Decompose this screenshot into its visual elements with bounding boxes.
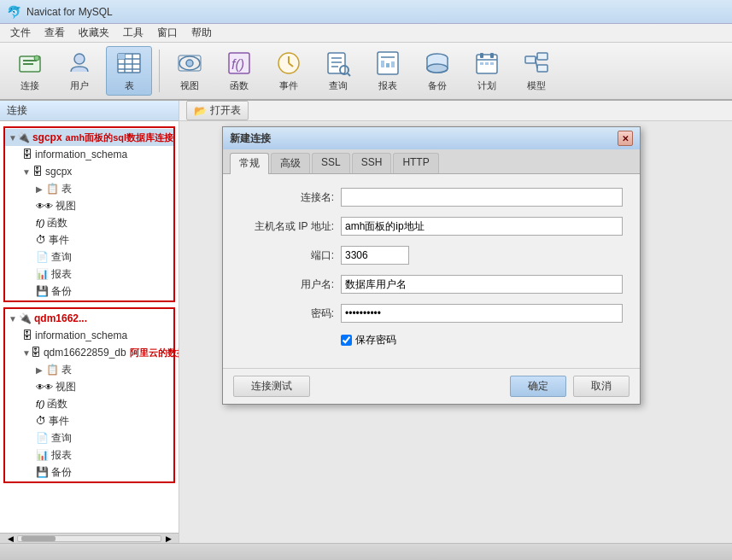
svg-rect-41	[537, 53, 548, 60]
tree-query-2[interactable]: 📄 查询	[5, 429, 173, 446]
menu-file[interactable]: 文件	[3, 24, 38, 42]
host-input[interactable]	[341, 217, 623, 236]
toolbar-report[interactable]: 报表	[365, 46, 411, 96]
tree-backup-1[interactable]: 💾 备份	[5, 283, 173, 300]
save-password-row: 保存密码	[341, 333, 623, 347]
save-password-label[interactable]: 保存密码	[355, 333, 396, 347]
tree-table-2[interactable]: ▶ 📋 表	[5, 361, 173, 378]
toggle-table-1[interactable]: ▶	[36, 184, 46, 194]
tree-event-1[interactable]: ⏱ 事件	[5, 231, 173, 248]
toolbar-user[interactable]: 用户	[56, 46, 102, 96]
form-row-password: 密码:	[240, 304, 623, 323]
toggle-table-2[interactable]: ▶	[36, 365, 46, 375]
tree-sgcpx[interactable]: ▼ 🗄 sgcpx	[5, 163, 173, 180]
tab-general[interactable]: 常规	[230, 153, 269, 174]
tab-ssh[interactable]: SSH	[352, 153, 392, 173]
horizontal-scrollbar[interactable]: ◀ ▶	[0, 533, 179, 543]
toolbar-function[interactable]: f() 函数	[216, 46, 262, 96]
menu-help[interactable]: 帮助	[184, 24, 219, 42]
db-icon-1: 🗄	[22, 149, 32, 160]
test-connection-button[interactable]: 连接测试	[233, 376, 310, 397]
tab-advanced[interactable]: 高级	[271, 153, 310, 173]
tree-event-2[interactable]: ⏱ 事件	[5, 412, 173, 429]
tree-conn2[interactable]: ▼ 🔌 qdm1662...	[5, 310, 173, 327]
tab-ssl[interactable]: SSL	[312, 153, 350, 173]
tree-view-1[interactable]: 👁👁 视图	[5, 197, 173, 214]
query-label-2: 查询	[51, 431, 72, 446]
toolbar-connect-label: 连接	[20, 79, 39, 92]
menu-window[interactable]: 窗口	[150, 24, 184, 42]
schedule-icon	[473, 50, 501, 77]
toggle-qdm[interactable]: ▼	[22, 348, 31, 358]
toolbar-model[interactable]: 模型	[513, 46, 559, 96]
left-panel: 连接 ▼ 🔌 sgcpx amh面板的sql数据库连接 🗄 informatio…	[0, 101, 179, 543]
conn1-label: sgcpx	[32, 131, 62, 143]
tree-func-1[interactable]: f() 函数	[5, 214, 173, 231]
func-icon-1: f()	[36, 218, 44, 228]
toolbar-view[interactable]: 视图	[167, 46, 213, 96]
toolbar-schedule[interactable]: 计划	[464, 46, 510, 96]
query-icon-1: 📄	[36, 251, 49, 263]
svg-rect-40	[525, 56, 536, 63]
info-schema-1-label: information_schema	[35, 149, 127, 160]
menu-view[interactable]: 查看	[38, 24, 72, 42]
scroll-right[interactable]: ▶	[161, 534, 175, 544]
open-table-label: 打开表	[210, 103, 241, 118]
form-row-username: 用户名:	[240, 275, 623, 294]
function-icon: f()	[225, 50, 253, 77]
toolbar-backup[interactable]: 备份	[414, 46, 460, 96]
tree-query-1[interactable]: 📄 查询	[5, 248, 173, 265]
tab-http[interactable]: HTTP	[393, 153, 438, 173]
conn1-icon: 🔌	[17, 131, 30, 143]
query-label-1: 查询	[51, 250, 72, 265]
svg-rect-20	[328, 53, 345, 73]
tree-information-schema-2[interactable]: 🗄 information_schema	[5, 327, 173, 344]
port-input[interactable]	[341, 246, 409, 265]
tree-conn1[interactable]: ▼ 🔌 sgcpx amh面板的sql数据库连接	[5, 129, 173, 146]
tree-report-2[interactable]: 📊 报表	[5, 446, 173, 464]
toolbar-connect[interactable]: 连接	[7, 46, 53, 96]
tree-view-2[interactable]: 👁👁 视图	[5, 378, 173, 395]
save-password-checkbox[interactable]	[341, 335, 352, 346]
connect-icon	[16, 50, 44, 77]
toggle-conn1[interactable]: ▼	[9, 133, 17, 143]
username-input[interactable]	[341, 275, 623, 294]
password-input[interactable]	[341, 304, 623, 323]
scroll-left[interactable]: ◀	[3, 534, 17, 544]
tree-area[interactable]: ▼ 🔌 sgcpx amh面板的sql数据库连接 🗄 information_s…	[0, 121, 179, 533]
tree-backup-2[interactable]: 💾 备份	[5, 464, 173, 481]
toolbar-sep-1	[159, 50, 160, 92]
panel-header: 连接	[0, 101, 179, 121]
tree-func-2[interactable]: f() 函数	[5, 395, 173, 412]
open-table-button[interactable]: 📂 打开表	[186, 101, 249, 120]
scrollbar-thumb[interactable]	[21, 536, 56, 541]
report-label-1: 报表	[51, 267, 72, 282]
main-layout: 连接 ▼ 🔌 sgcpx amh面板的sql数据库连接 🗄 informatio…	[0, 101, 732, 543]
tree-report-1[interactable]: 📊 报表	[5, 265, 173, 283]
toolbar-view-label: 视图	[180, 79, 199, 92]
toolbar-table[interactable]: 表	[106, 46, 152, 96]
toggle-conn2[interactable]: ▼	[9, 314, 19, 324]
confirm-button[interactable]: 确定	[510, 376, 566, 397]
view-icon-2: 👁👁	[36, 382, 53, 392]
table-label-1: 表	[61, 182, 72, 196]
footer-left: 连接测试	[233, 376, 310, 397]
cancel-button[interactable]: 取消	[573, 376, 630, 397]
conn-name-input[interactable]	[341, 188, 623, 207]
menu-favorites[interactable]: 收藏夹	[72, 24, 116, 42]
svg-text:f(): f()	[231, 57, 244, 72]
report-icon-1: 📊	[36, 268, 49, 280]
tree-information-schema-1[interactable]: 🗄 information_schema	[5, 146, 173, 163]
dialog-close-button[interactable]: ✕	[618, 131, 633, 146]
toolbar-query[interactable]: 查询	[315, 46, 361, 96]
svg-rect-30	[391, 61, 395, 67]
tree-qdm-db[interactable]: ▼ 🗄 qdm16622859_db 阿里云的数据库连接	[5, 344, 173, 361]
scrollbar-track[interactable]	[17, 535, 161, 542]
report-icon	[374, 50, 401, 77]
toolbar-model-label: 模型	[527, 79, 546, 92]
toolbar-event[interactable]: 事件	[266, 46, 312, 96]
func-label-1: 函数	[47, 216, 67, 230]
toggle-sgcpx[interactable]: ▼	[22, 167, 32, 177]
menu-tools[interactable]: 工具	[116, 24, 150, 42]
tree-table-1[interactable]: ▶ 📋 表	[5, 180, 173, 197]
